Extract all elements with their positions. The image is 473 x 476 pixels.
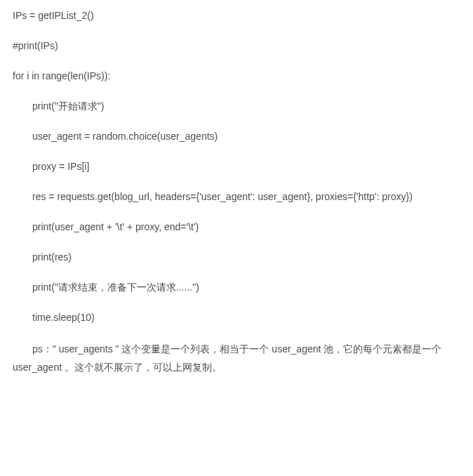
code-line: for i in range(len(IPs)):: [13, 69, 460, 84]
note-paragraph: ps：" user_agents " 这个变量是一个列表，相当于一个 user_…: [13, 341, 460, 377]
code-line: proxy = IPs[i]: [13, 159, 460, 174]
code-line: user_agent = random.choice(user_agents): [13, 129, 460, 144]
code-block: IPs = getIPList_2() #print(IPs) for i in…: [13, 8, 460, 325]
code-line: print(res): [13, 250, 460, 265]
code-line: IPs = getIPList_2(): [13, 8, 460, 23]
code-line: print(user_agent + '\t' + proxy, end='\t…: [13, 220, 460, 234]
code-line: print("开始请求"): [13, 99, 460, 114]
code-line: #print(IPs): [13, 39, 460, 53]
code-line: time.sleep(10): [13, 310, 460, 325]
code-line: print("请求结束，准备下一次请求......"): [13, 280, 460, 295]
code-line: res = requests.get(blog_url, headers={'u…: [13, 190, 460, 204]
